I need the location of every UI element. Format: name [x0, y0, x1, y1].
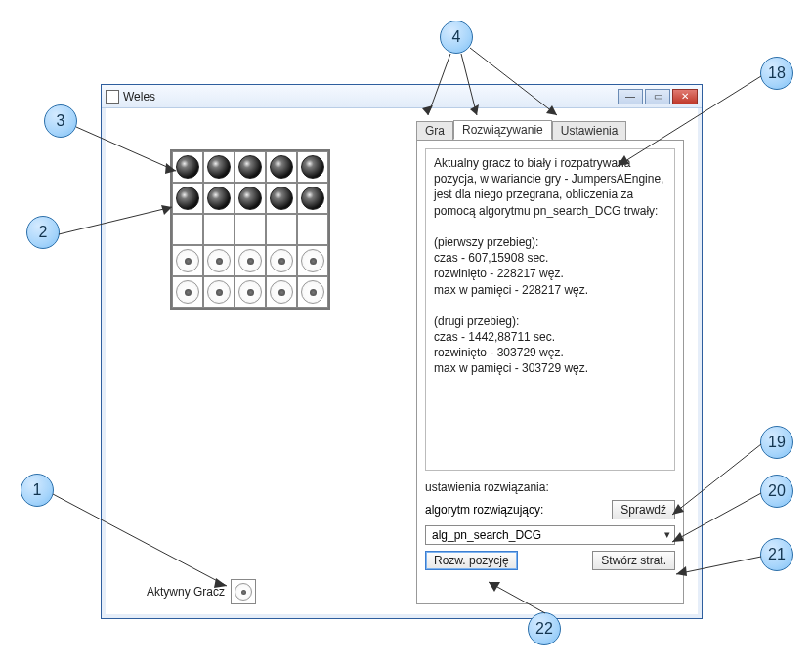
black-piece-icon: [301, 187, 324, 210]
black-piece-icon: [207, 187, 231, 210]
board-cell[interactable]: [235, 151, 266, 183]
algorithm-select[interactable]: alg_pn_search_DCG: [425, 525, 675, 545]
board-cell[interactable]: [203, 151, 235, 183]
active-player-label: Aktywny Gracz: [147, 585, 225, 599]
client-area: Aktywny Gracz Gra Rozwiązywanie Ustawien…: [107, 112, 696, 612]
maximize-button[interactable]: ▭: [645, 89, 670, 104]
tab-ustawienia[interactable]: Ustawienia: [552, 121, 627, 141]
board-cell[interactable]: [266, 214, 297, 245]
black-piece-icon: [301, 155, 324, 179]
board-cell[interactable]: [172, 183, 203, 214]
check-button[interactable]: Sprawdź: [612, 500, 675, 519]
board-cell[interactable]: [297, 245, 328, 276]
callout-20: 20: [760, 475, 793, 508]
board-cell[interactable]: [266, 151, 297, 183]
board-cell[interactable]: [266, 276, 297, 308]
white-piece-icon: [270, 249, 293, 272]
board-cell[interactable]: [297, 151, 328, 183]
black-piece-icon: [238, 187, 262, 210]
board-cell[interactable]: [203, 214, 235, 245]
callout-2: 2: [26, 216, 60, 249]
board-cell[interactable]: [235, 276, 266, 308]
white-piece-icon: [235, 583, 252, 601]
white-piece-icon: [238, 249, 262, 272]
settings-label: ustawienia rozwiązania:: [425, 480, 675, 494]
black-piece-icon: [238, 155, 262, 179]
board-cell[interactable]: [297, 214, 328, 245]
tab-rozwiazywanie[interactable]: Rozwiązywanie: [453, 120, 552, 140]
black-piece-icon: [270, 187, 293, 210]
game-board[interactable]: [170, 149, 330, 310]
app-icon: [106, 90, 119, 104]
black-piece-icon: [207, 155, 231, 179]
minimize-button[interactable]: —: [618, 89, 643, 104]
active-player-piece-slot: [231, 579, 256, 604]
white-piece-icon: [176, 249, 199, 272]
callout-4: 4: [440, 21, 473, 54]
window-title: Weles: [123, 90, 618, 104]
board-cell[interactable]: [203, 245, 235, 276]
callout-1: 1: [21, 474, 54, 507]
active-player-indicator: Aktywny Gracz: [147, 579, 256, 604]
create-strategy-button[interactable]: Stwórz strat.: [592, 551, 675, 570]
callout-22: 22: [528, 612, 561, 645]
board-cell[interactable]: [203, 276, 235, 308]
board-cell[interactable]: [266, 245, 297, 276]
board-cell[interactable]: [235, 245, 266, 276]
board-cell[interactable]: [172, 151, 203, 183]
board-cell[interactable]: [172, 276, 203, 308]
white-piece-icon: [301, 280, 324, 304]
titlebar[interactable]: Weles — ▭ ✕: [102, 85, 702, 108]
board-cell[interactable]: [172, 214, 203, 245]
algorithm-label: algorytm rozwiązujący:: [425, 503, 543, 517]
callout-21: 21: [760, 538, 793, 571]
close-button[interactable]: ✕: [672, 89, 698, 104]
tab-gra[interactable]: Gra: [416, 121, 453, 141]
board-cell[interactable]: [235, 214, 266, 245]
board-cell[interactable]: [297, 276, 328, 308]
white-piece-icon: [238, 280, 262, 304]
board-cell[interactable]: [235, 183, 266, 214]
callout-19: 19: [760, 426, 793, 459]
white-piece-icon: [270, 280, 293, 304]
algorithm-select-value: alg_pn_search_DCG: [432, 528, 541, 542]
board-cell[interactable]: [172, 245, 203, 276]
callout-18: 18: [760, 57, 793, 90]
board-cell[interactable]: [266, 183, 297, 214]
white-piece-icon: [207, 280, 231, 304]
white-piece-icon: [176, 280, 199, 304]
solver-panel: Aktualny gracz to biały i rozpatrywana p…: [416, 140, 684, 604]
solver-result-text: Aktualny gracz to biały i rozpatrywana p…: [425, 148, 675, 471]
solve-position-button[interactable]: Rozw. pozycję: [425, 551, 518, 570]
app-window: Weles — ▭ ✕ Aktywny Gracz Gra Rozwiązywa…: [101, 84, 703, 619]
black-piece-icon: [176, 155, 199, 179]
tab-bar: Gra Rozwiązywanie Ustawienia: [416, 120, 626, 140]
board-cell[interactable]: [297, 183, 328, 214]
callout-3: 3: [44, 104, 77, 138]
white-piece-icon: [207, 249, 231, 272]
black-piece-icon: [270, 155, 293, 179]
board-cell[interactable]: [203, 183, 235, 214]
white-piece-icon: [301, 249, 324, 272]
black-piece-icon: [176, 187, 199, 210]
